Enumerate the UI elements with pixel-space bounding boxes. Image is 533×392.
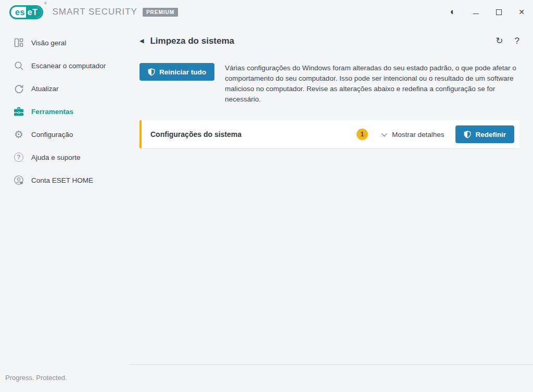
eset-logo: es eT xyxy=(9,5,43,19)
chevron-down-icon xyxy=(382,131,387,136)
show-details-toggle[interactable]: Mostrar detalhes xyxy=(382,131,445,138)
sidebar-item-update[interactable]: Atualizar xyxy=(0,77,130,100)
page-header: ◀ Limpeza do sistema ↻ ? xyxy=(139,35,519,46)
titlebar: es eT ® SMART SECURITY PREMIUM ◐ ✕ xyxy=(0,0,533,24)
search-icon xyxy=(13,60,24,71)
header-actions: ↻ ? xyxy=(496,35,519,46)
card-title: Configurações do sistema xyxy=(150,130,242,138)
footer-divider xyxy=(129,364,533,365)
question-circle-icon: ? xyxy=(13,151,24,163)
eset-logo-right: eT xyxy=(26,7,42,18)
page-title: Limpeza do sistema xyxy=(150,36,234,46)
sidebar-item-tools[interactable]: Ferramentas xyxy=(0,100,130,123)
minimize-button[interactable] xyxy=(464,0,487,24)
sidebar-item-label: Ferramentas xyxy=(31,108,73,116)
briefcase-icon xyxy=(13,106,24,117)
gear-icon: ⚙ xyxy=(13,129,24,140)
sidebar-item-label: Atualizar xyxy=(31,85,59,93)
close-icon: ✕ xyxy=(518,8,525,16)
product-name: SMART SECURITY xyxy=(52,7,137,17)
maximize-button[interactable] xyxy=(487,0,510,24)
reset-label: Redefinir xyxy=(475,131,506,138)
help-icon[interactable]: ? xyxy=(515,36,519,46)
reset-button[interactable]: Redefinir xyxy=(455,125,514,143)
footer-tagline: Progress. Protected. xyxy=(5,374,67,382)
sidebar-item-help[interactable]: ? Ajuda e suporte xyxy=(0,146,130,169)
refresh-icon xyxy=(13,83,24,94)
sidebar-item-label: Ajuda e suporte xyxy=(31,154,81,161)
sidebar-item-setup[interactable]: ⚙ Configuração xyxy=(0,123,130,146)
window-controls: ◐ ✕ xyxy=(441,0,533,24)
sidebar-item-overview[interactable]: Visão geral xyxy=(0,31,130,54)
shield-icon xyxy=(464,131,471,138)
sidebar-item-label: Configuração xyxy=(31,131,73,138)
eset-logo-left: es xyxy=(11,7,26,18)
theme-toggle-icon: ◐ xyxy=(450,7,455,17)
count-badge: 1 xyxy=(357,129,368,140)
close-button[interactable]: ✕ xyxy=(510,0,533,24)
main-content: ◀ Limpeza do sistema ↻ ? Reiniciar tudo … xyxy=(130,24,533,392)
sidebar-item-label: Visão geral xyxy=(31,39,66,47)
overview-icon xyxy=(13,37,24,48)
back-arrow-icon[interactable]: ◀ xyxy=(139,37,144,44)
reset-all-button[interactable]: Reiniciar tudo xyxy=(139,63,214,81)
registered-mark: ® xyxy=(44,1,47,6)
shield-icon xyxy=(148,68,155,76)
theme-toggle-button[interactable]: ◐ xyxy=(441,0,464,24)
sidebar: Visão geral Escanear o computador Atuali… xyxy=(0,24,130,392)
minimize-icon xyxy=(473,14,479,14)
card-actions: 1 Mostrar detalhes Redefinir xyxy=(357,125,514,143)
cleanup-description: Várias configurações do Windows foram al… xyxy=(225,63,519,105)
account-icon xyxy=(13,174,24,186)
premium-badge: PREMIUM xyxy=(143,8,178,17)
sidebar-item-label: Escanear o computador xyxy=(31,62,106,70)
reset-all-label: Reiniciar tudo xyxy=(159,68,206,76)
sidebar-item-label: Conta ESET HOME xyxy=(31,176,93,184)
maximize-icon xyxy=(496,9,502,15)
sidebar-item-account[interactable]: Conta ESET HOME xyxy=(0,169,130,192)
cleanup-info-row: Reiniciar tudo Várias configurações do W… xyxy=(139,63,519,105)
show-details-label: Mostrar detalhes xyxy=(392,131,445,138)
system-settings-card: Configurações do sistema 1 Mostrar detal… xyxy=(139,120,519,148)
refresh-icon[interactable]: ↻ xyxy=(496,35,503,46)
sidebar-item-scan[interactable]: Escanear o computador xyxy=(0,54,130,77)
